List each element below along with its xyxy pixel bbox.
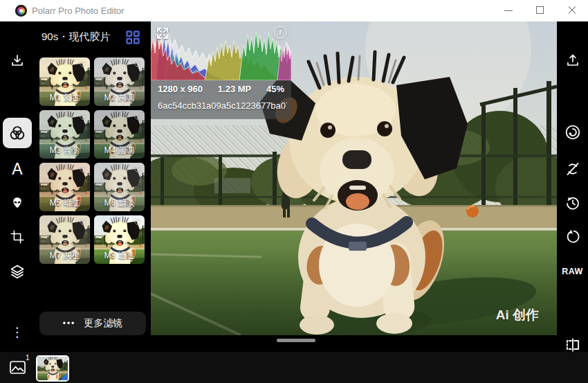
- filter-thumb-m5[interactable]: ♡ M5 暗红: [39, 163, 90, 211]
- export-icon: [564, 53, 581, 69]
- raw-toggle[interactable]: RAW: [557, 256, 588, 287]
- filter-thumb-m1[interactable]: ♡ M1 复古: [39, 57, 90, 106]
- image-info-panel: 1280 x 960 1.23 MP 45% 6ac54ccb31a09a5c1…: [151, 80, 291, 119]
- tool-face-retouch[interactable]: [0, 188, 35, 218]
- filter-thumb-m4[interactable]: ♡ M4 蓝调: [94, 110, 145, 159]
- filter-label: M1 复古: [39, 92, 90, 104]
- more-filters-label: 更多滤镜: [84, 317, 122, 330]
- zoom-percent: 45%: [266, 84, 284, 94]
- import-icon: [9, 53, 26, 69]
- filter-label: M4 蓝调: [94, 145, 145, 157]
- canvas-scrollbar-handle[interactable]: [277, 339, 315, 342]
- tool-crop[interactable]: [0, 222, 35, 252]
- filter-label: M7 灰橙: [39, 250, 90, 262]
- photo-library-button[interactable]: [9, 359, 27, 379]
- radial-adjust-button[interactable]: [557, 117, 588, 148]
- info-icon[interactable]: i: [274, 26, 286, 39]
- grid-view-button[interactable]: [126, 30, 140, 47]
- history-icon: [564, 195, 581, 211]
- filter-label: M2 灰调: [94, 92, 145, 104]
- photo-library-icon: [9, 359, 27, 376]
- histogram-chart: [151, 21, 291, 80]
- import-button[interactable]: [0, 46, 35, 76]
- favorite-heart-icon[interactable]: ♡: [133, 112, 141, 122]
- favorite-heart-icon[interactable]: ♡: [78, 164, 86, 175]
- minimize-button[interactable]: [493, 0, 524, 21]
- more-filters-button[interactable]: ••• 更多滤镜: [39, 312, 146, 335]
- filter-thumb-m3[interactable]: ♡ M3 青阶: [39, 110, 90, 159]
- filter-panel: 90s・现代胶片 ♡ M1 复古 ♡ M2 灰调 ♡ M3 青阶 ♡ M4 蓝调…: [35, 21, 151, 352]
- bottom-bar: 1: [0, 352, 588, 383]
- image-dimensions: 1280 x 960: [158, 84, 203, 94]
- filter-thumb-m7[interactable]: ♡ M7 灰橙: [39, 215, 90, 264]
- history-button[interactable]: [557, 188, 588, 218]
- overflow-menu-button[interactable]: ⋮: [0, 317, 35, 347]
- filter-thumb-m6[interactable]: ♡ M6 黯淡: [94, 163, 145, 211]
- photo-count-badge: 1: [26, 354, 30, 362]
- app-logo-icon: [15, 5, 27, 17]
- tool-filters-selected[interactable]: [3, 118, 32, 148]
- favorite-heart-icon[interactable]: ♡: [133, 164, 141, 175]
- filter-collection-title: 90s・现代胶片: [42, 30, 110, 44]
- filter-label: M8 通透: [94, 250, 145, 262]
- filters-icon: [8, 124, 26, 142]
- reset-icon: [564, 229, 581, 245]
- grid-icon: [126, 30, 140, 44]
- favorite-heart-icon[interactable]: ♡: [133, 59, 141, 69]
- ai-watermark: Ai 创作: [496, 306, 539, 324]
- maximize-button[interactable]: [524, 0, 556, 21]
- photo-canvas[interactable]: i 1280 x 960 1.23 MP 45% 6ac54ccb31a09a5…: [151, 21, 557, 335]
- layers-icon: [9, 263, 26, 280]
- face-retouch-icon: [10, 195, 25, 211]
- text-icon: A: [12, 160, 22, 179]
- reset-button[interactable]: [557, 222, 588, 252]
- window-title: Polarr Pro Photo Editor: [32, 0, 125, 21]
- crop-icon: [10, 229, 25, 244]
- image-hash: 6ac54ccb31a09a5c1223677ba07...: [158, 100, 287, 111]
- filter-label: M6 黯淡: [94, 197, 145, 209]
- export-button[interactable]: [557, 46, 588, 76]
- radial-adjust-icon: [564, 123, 582, 141]
- histogram-panel: i: [151, 21, 291, 80]
- image-megapixels: 1.23 MP: [218, 84, 251, 94]
- filter-label: M5 暗红: [39, 197, 90, 209]
- tool-text[interactable]: A: [0, 154, 35, 184]
- ellipsis-icon: •••: [63, 319, 76, 328]
- filter-thumb-m2[interactable]: ♡ M2 灰调: [94, 57, 145, 106]
- right-toolbar: RAW: [557, 21, 588, 352]
- tool-layers[interactable]: [0, 256, 35, 287]
- overflow-menu-icon: ⋮: [11, 324, 24, 340]
- active-photo-thumbnail[interactable]: [36, 355, 69, 382]
- hide-adjustments-button[interactable]: [557, 154, 588, 184]
- expand-fullscreen-button[interactable]: [156, 26, 169, 43]
- left-toolbar: A ⋮: [0, 21, 35, 352]
- favorite-heart-icon[interactable]: ♡: [78, 59, 86, 69]
- filter-thumb-m8[interactable]: ♡ M8 通透: [94, 215, 145, 264]
- favorite-heart-icon[interactable]: ♡: [133, 217, 141, 227]
- thumbnail-corner-badge: [60, 373, 68, 380]
- favorite-heart-icon[interactable]: ♡: [78, 112, 86, 122]
- filter-label: M3 青阶: [39, 145, 90, 157]
- raw-label: RAW: [562, 267, 583, 276]
- close-button[interactable]: [556, 0, 588, 21]
- hide-adjustments-icon: [564, 160, 582, 178]
- favorite-heart-icon[interactable]: ♡: [78, 217, 86, 227]
- titlebar: Polarr Pro Photo Editor: [0, 0, 588, 21]
